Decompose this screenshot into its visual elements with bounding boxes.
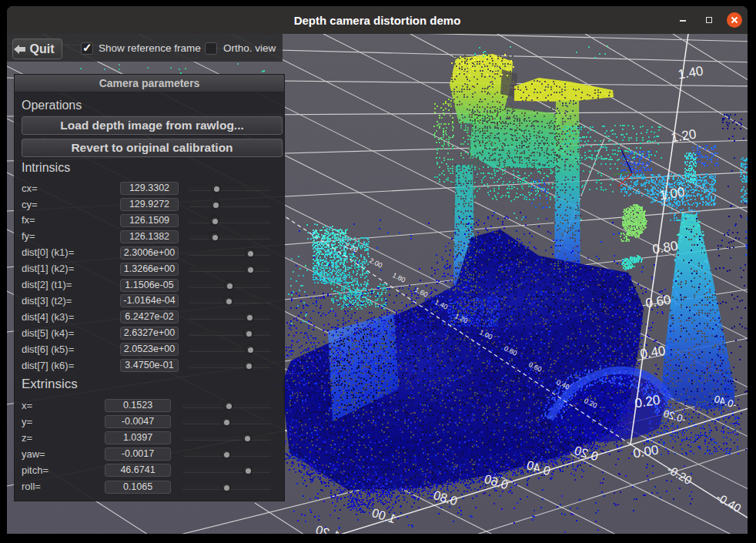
svg-text:2.00: 2.00 [368, 256, 383, 270]
svg-text:1.80: 1.80 [391, 271, 406, 284]
svg-text:-0.20: -0.20 [665, 462, 694, 487]
svg-text:1.20: 1.20 [670, 127, 697, 146]
svg-text:1.20: 1.20 [314, 523, 341, 542]
svg-text:0.40: 0.40 [639, 344, 667, 362]
svg-text:0.00: 0.00 [632, 443, 660, 461]
svg-text:1.00: 1.00 [370, 506, 397, 525]
svg-text:-0.20: -0.20 [662, 407, 687, 425]
svg-text:1.40: 1.40 [677, 64, 704, 82]
svg-text:-0.40: -0.40 [714, 490, 744, 515]
svg-text:0.60: 0.60 [644, 293, 672, 311]
